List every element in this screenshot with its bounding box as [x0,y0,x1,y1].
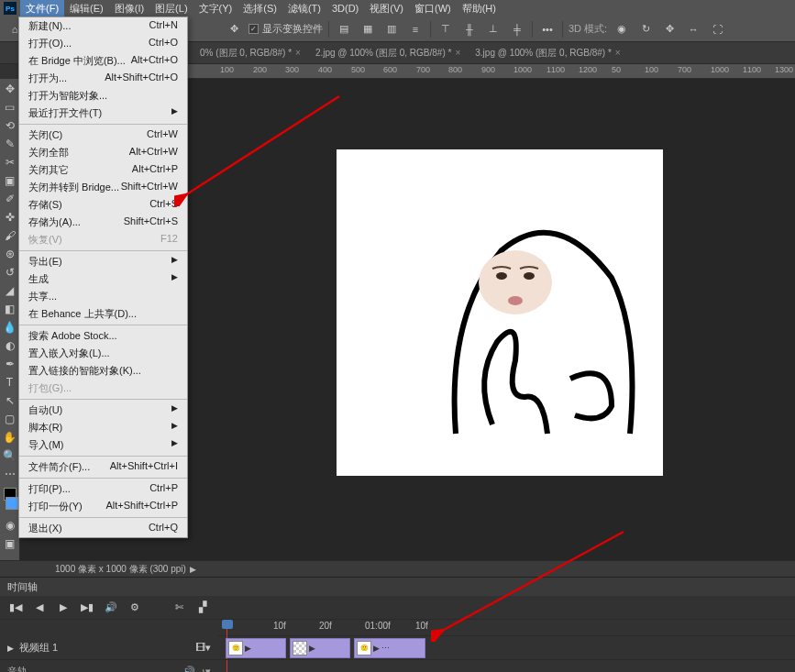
brush-tool-icon[interactable]: 🖌 [2,227,18,244]
close-icon[interactable]: × [295,48,301,58]
menu-item[interactable]: 生成▶ [19,270,187,288]
3d-scale-icon[interactable]: ⛶ [708,20,726,39]
next-frame-icon[interactable]: ▶▮ [79,600,95,616]
align-left-icon[interactable]: ▤ [335,20,353,39]
menu-item[interactable]: 打印(P)...Ctrl+P [19,480,187,498]
chevron-right-icon[interactable]: ▶ [309,644,315,653]
chevron-right-icon[interactable]: ▶ [245,644,251,653]
first-frame-icon[interactable]: ▮◀ [7,600,24,616]
menu-item[interactable]: 打开为...Alt+Shift+Ctrl+O [19,70,187,87]
more-icon[interactable]: ••• [538,20,557,39]
chevron-right-icon[interactable]: ▶ [7,644,14,653]
audio-icon[interactable]: 🔊 [182,666,195,672]
play-icon[interactable]: ▶ [55,600,72,616]
clip-2[interactable]: ▶ [290,638,350,658]
eraser-tool-icon[interactable]: ◢ [2,282,18,299]
menu-item[interactable]: 置入链接的智能对象(K)... [19,362,187,380]
menu-item[interactable]: 自动(U)▶ [19,402,187,419]
tab-2[interactable]: 2.jpg @ 100% (图层 0, RGB/8#) *× [308,43,468,63]
settings-icon[interactable]: ⚙ [127,600,143,616]
quick-select-tool-icon[interactable]: ✎ [2,136,18,152]
menu-select[interactable]: 选择(S) [237,0,282,17]
menu-item[interactable]: 关闭全部Alt+Ctrl+W [19,144,187,161]
audio-track-row[interactable]: 音轨 🔊♪▾ [0,660,218,672]
zoom-tool-icon[interactable]: 🔍 [2,447,18,464]
audio-mute-icon[interactable]: 🔊 [103,600,119,616]
clip-3[interactable]: 🙂▶⋯ [354,638,425,658]
menu-item[interactable]: 关闭并转到 Bridge...Shift+Ctrl+W [19,179,187,196]
eyedropper-tool-icon[interactable]: ✐ [2,191,18,207]
show-transform-check[interactable]: ✓显示变换控件 [248,22,323,36]
menu-image[interactable]: 图像(I) [109,0,149,17]
menu-item[interactable]: 在 Bridge 中浏览(B)...Alt+Ctrl+O [19,52,187,70]
move-tool-preset-icon[interactable]: ✥ [225,20,243,39]
menu-item[interactable]: 打印一份(Y)Alt+Shift+Ctrl+P [19,498,187,515]
menu-item[interactable]: 共享... [19,288,187,305]
hand-tool-icon[interactable]: ✋ [2,429,18,446]
dodge-tool-icon[interactable]: ◐ [2,337,18,354]
pen-tool-icon[interactable]: ✒ [2,356,18,372]
edit-toolbar-icon[interactable]: ⋯ [2,466,18,482]
close-icon[interactable]: × [615,48,621,58]
scissors-icon[interactable]: ✄ [171,600,187,616]
align-top-icon[interactable]: ⊤ [436,20,455,39]
menu-item[interactable]: 在 Behance 上共享(D)... [19,305,187,323]
menu-item[interactable]: 存储为(A)...Shift+Ctrl+S [19,214,187,231]
align-bottom-icon[interactable]: ⊥ [484,20,502,39]
menu-item[interactable]: 文件简介(F)...Alt+Shift+Ctrl+I [19,458,187,476]
menu-layer[interactable]: 图层(L) [149,0,193,17]
gradient-tool-icon[interactable]: ◧ [2,301,18,317]
menu-item[interactable]: 置入嵌入对象(L)... [19,345,187,362]
menu-item[interactable]: 导入(M)▶ [19,436,187,454]
menu-filter[interactable]: 滤镜(T) [282,0,326,17]
menu-file[interactable]: 文件(F) [20,0,64,17]
marquee-tool-icon[interactable]: ▭ [2,99,18,116]
timeline-tab[interactable]: 时间轴 [0,578,795,596]
3d-slide-icon[interactable]: ↔ [684,20,702,39]
menu-item[interactable]: 导出(E)▶ [19,253,187,270]
canvas[interactable] [337,149,663,476]
clip-1[interactable]: 🙂▶ [226,638,286,658]
close-icon[interactable]: × [455,48,460,58]
distribute-icon[interactable]: ≡ [406,20,425,39]
move-tool-icon[interactable]: ✥ [2,81,18,97]
frame-tool-icon[interactable]: ▣ [2,172,18,189]
menu-item[interactable]: 关闭其它Alt+Ctrl+P [19,161,187,179]
menu-item[interactable]: 退出(X)Ctrl+Q [19,520,187,537]
align-right-icon[interactable]: ▥ [382,20,401,39]
background-swatch[interactable] [6,497,18,510]
music-icon[interactable]: ♪▾ [201,666,212,672]
chevron-right-icon[interactable]: ▶ [190,565,196,574]
tab-3[interactable]: 3.jpg @ 100% (图层 0, RGB/8#) *× [468,43,627,63]
stamp-tool-icon[interactable]: ⊛ [2,246,18,262]
crop-tool-icon[interactable]: ✂ [2,154,18,171]
healing-tool-icon[interactable]: ✜ [2,209,18,226]
menu-item[interactable]: 最近打开文件(T)▶ [19,105,187,122]
blur-tool-icon[interactable]: 💧 [2,319,18,336]
menu-item[interactable]: 搜索 Adobe Stock... [19,327,187,345]
more-icon[interactable]: ⋯ [381,644,390,653]
3d-orbit-icon[interactable]: ◉ [613,20,631,39]
video-lane[interactable]: 🙂▶ ▶ 🙂▶⋯ [218,636,795,660]
screenmode-icon[interactable]: ▣ [2,535,18,552]
menu-item[interactable]: 脚本(R)▶ [19,419,187,436]
history-brush-tool-icon[interactable]: ↺ [2,264,18,281]
prev-frame-icon[interactable]: ◀ [31,600,48,616]
filmstrip-icon[interactable]: 🎞▾ [195,642,211,654]
align-hcenter-icon[interactable]: ╪ [508,20,526,39]
menu-help[interactable]: 帮助(H) [457,0,502,17]
lasso-tool-icon[interactable]: ⟲ [2,117,18,134]
3d-roll-icon[interactable]: ↻ [636,20,655,39]
type-tool-icon[interactable]: T [2,374,18,391]
align-vcenter-icon[interactable]: ╫ [460,20,479,39]
tab-1[interactable]: 0% (图层 0, RGB/8#) *× [193,43,308,63]
menu-type[interactable]: 文字(Y) [193,0,238,17]
menu-window[interactable]: 窗口(W) [409,0,457,17]
audio-lane[interactable] [218,660,795,672]
chevron-right-icon[interactable]: ▶ [373,644,380,653]
menu-3d[interactable]: 3D(D) [326,1,364,16]
timeline-ruler[interactable]: 10f20f01:00f10f [218,620,795,636]
timeline-lanes[interactable]: 🙂▶ ▶ 🙂▶⋯ [218,636,795,672]
shape-tool-icon[interactable]: ▢ [2,411,18,427]
menu-item[interactable]: 打开为智能对象... [19,87,187,105]
